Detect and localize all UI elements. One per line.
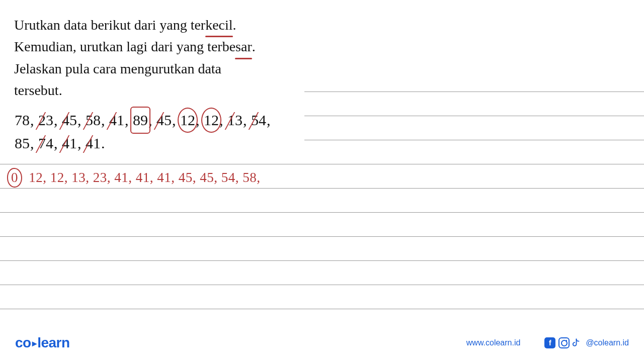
- tiktok-icon: [573, 337, 583, 348]
- data-number: 41: [109, 109, 125, 132]
- data-number: 78: [14, 109, 30, 132]
- data-number: 89: [132, 109, 148, 132]
- problem-statement: Urutkan data berikut dari yang terkecil.…: [14, 14, 296, 102]
- data-number: 41: [61, 132, 77, 155]
- data-number: 54: [251, 109, 267, 132]
- logo-dot: ▸: [31, 338, 38, 348]
- logo-part1: co: [15, 335, 31, 350]
- problem-line4: tersebut.: [14, 79, 296, 101]
- data-numbers-list: 78, 23, 45, 58, 41, 89, 45, 12, 12, 13, …: [14, 109, 296, 155]
- data-number: 23: [38, 109, 54, 132]
- instagram-icon: [558, 337, 570, 348]
- answer-sequence: 12, 12, 13, 23, 41, 41, 41, 45, 45, 54, …: [29, 170, 260, 185]
- facebook-icon: f: [544, 337, 555, 348]
- problem-line3: Jelaskan pula cara mengurutkan data: [14, 58, 296, 79]
- data-number: 74: [38, 132, 54, 155]
- data-number: 12: [180, 109, 196, 132]
- keyword-smallest: kecil: [205, 14, 232, 36]
- data-number: 45: [156, 109, 172, 132]
- data-number: 41: [85, 132, 101, 155]
- answer-marker: 0: [9, 170, 20, 186]
- footer-right: www.colearn.id f @colearn.id: [466, 337, 629, 348]
- data-number: 45: [61, 109, 77, 132]
- website-url: www.colearn.id: [466, 338, 521, 347]
- problem-line2-pre: Kemudian, urutkan lagi dari yang ter: [14, 39, 222, 54]
- problem-line1-pre: Urutkan data berikut dari yang ter: [14, 17, 205, 33]
- data-number: 13: [227, 109, 243, 132]
- colearn-logo: co▸learn: [15, 335, 70, 351]
- problem-line2-post: .: [252, 39, 256, 54]
- data-number: 58: [85, 109, 101, 132]
- keyword-largest: besar: [222, 36, 252, 57]
- data-number: 85: [14, 132, 30, 155]
- social-links: f @colearn.id: [544, 337, 629, 348]
- social-handle: @colearn.id: [586, 338, 629, 347]
- problem-line1-post: .: [233, 17, 236, 33]
- problem-content: Urutkan data berikut dari yang terkecil.…: [14, 14, 296, 155]
- footer: co▸learn www.colearn.id f @colearn.id: [15, 335, 629, 351]
- logo-part2: learn: [37, 335, 69, 350]
- handwritten-answer: 0 12, 12, 13, 23, 41, 41, 41, 45, 45, 54…: [9, 170, 261, 186]
- data-number: 12: [203, 109, 219, 132]
